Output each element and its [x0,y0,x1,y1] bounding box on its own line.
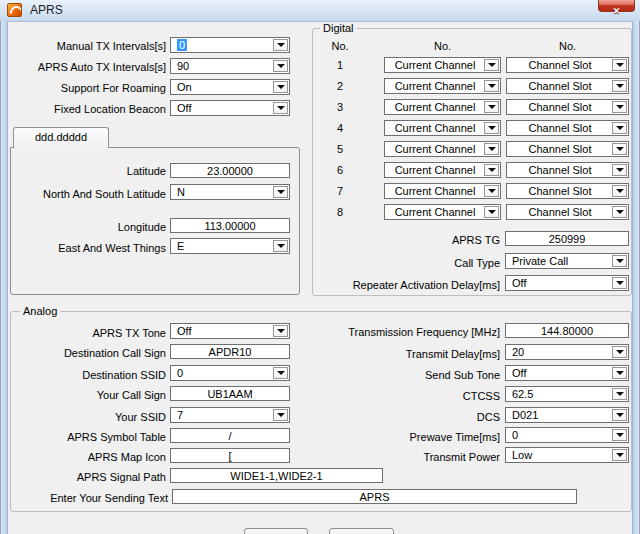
your-call-sign-label: Your Call Sign [10,388,166,402]
aprs-tg-label: APRS TG [312,233,500,247]
transmit-delay-combo[interactable]: 20 [505,344,629,360]
send-sub-tone-combo[interactable]: Off [505,365,629,381]
ctcss-label: CTCSS [312,389,500,403]
chevron-down-icon[interactable] [273,367,288,379]
digital-channel-combo-2[interactable]: Current Channel [384,78,501,94]
chevron-down-icon[interactable] [612,277,627,289]
window-border-left [0,21,8,534]
support-for-roaming-combo[interactable]: On [170,79,290,95]
digital-slot-combo-4[interactable]: Channel Slot [506,120,629,136]
destination-call-sign-input[interactable] [170,344,290,359]
bottom-button-right[interactable] [329,528,394,534]
transmit-delay-label: Transmit Delay[ms] [312,347,500,361]
prewave-time-combo[interactable]: 0 [505,427,629,443]
close-icon: ✕ [613,6,621,16]
digital-row-number: 6 [322,163,358,177]
chevron-down-icon[interactable] [273,186,288,198]
digital-header-no-2: No. [384,39,501,53]
east-west-combo[interactable]: E [170,238,290,254]
destination-call-sign-label: Destination Call Sign [10,346,166,360]
aprs-auto-tx-intervals-label: APRS Auto TX Intervals[s] [10,60,166,74]
chevron-down-icon[interactable] [273,39,288,51]
aprs-tx-tone-combo[interactable]: Off [170,323,290,339]
chevron-down-icon[interactable] [612,143,627,155]
chevron-down-icon[interactable] [612,346,627,358]
chevron-down-icon[interactable] [273,409,288,421]
chevron-down-icon[interactable] [273,60,288,72]
aprs-signal-path-input[interactable] [170,468,383,483]
dcs-combo[interactable]: D021 [505,407,629,423]
fixed-location-beacon-combo[interactable]: Off [170,100,290,116]
your-call-sign-input[interactable] [170,386,290,401]
chevron-down-icon[interactable] [273,102,288,114]
digital-slot-combo-3[interactable]: Channel Slot [506,99,629,115]
transmit-power-label: Transmit Power [312,450,500,464]
chevron-down-icon[interactable] [273,81,288,93]
aprs-auto-tx-intervals-combo[interactable]: 90 [170,58,290,74]
chevron-down-icon[interactable] [484,122,499,134]
analog-group-title: Analog [20,305,60,318]
digital-slot-combo-5[interactable]: Channel Slot [506,141,629,157]
digital-channel-combo-8[interactable]: Current Channel [384,204,501,220]
repeater-activation-delay-combo[interactable]: Off [505,275,629,291]
chevron-down-icon[interactable] [612,122,627,134]
prewave-time-label: Prewave Time[ms] [312,430,500,444]
digital-row-number: 1 [322,58,358,72]
bottom-button-left[interactable] [244,528,308,534]
chevron-down-icon[interactable] [484,80,499,92]
repeater-activation-delay-label: Repeater Activation Delay[ms] [312,278,500,292]
transmit-power-combo[interactable]: Low [505,447,629,463]
manual-tx-intervals-combo[interactable]: 0 [170,37,290,53]
chevron-down-icon[interactable] [612,206,627,218]
fixed-location-beacon-label: Fixed Location Beacon [10,102,166,116]
destination-ssid-combo[interactable]: 0 [170,365,290,381]
selected-text: 0 [177,39,187,51]
your-ssid-combo[interactable]: 7 [170,407,290,423]
chevron-down-icon[interactable] [484,164,499,176]
digital-channel-combo-6[interactable]: Current Channel [384,162,501,178]
digital-slot-combo-7[interactable]: Channel Slot [506,183,629,199]
digital-channel-combo-5[interactable]: Current Channel [384,141,501,157]
north-south-latitude-combo[interactable]: N [170,184,290,200]
transmission-frequency-input[interactable] [505,323,629,338]
aprs-tg-input[interactable] [505,231,629,246]
digital-channel-combo-3[interactable]: Current Channel [384,99,501,115]
chevron-down-icon[interactable] [612,367,627,379]
chevron-down-icon[interactable] [612,255,627,267]
chevron-down-icon[interactable] [484,206,499,218]
chevron-down-icon[interactable] [484,101,499,113]
chevron-down-icon[interactable] [484,59,499,71]
digital-slot-combo-1[interactable]: Channel Slot [506,57,629,73]
chevron-down-icon[interactable] [612,185,627,197]
digital-channel-combo-4[interactable]: Current Channel [384,120,501,136]
tab-ddd-ddddd[interactable]: ddd.ddddd [13,127,109,148]
chevron-down-icon[interactable] [612,101,627,113]
chevron-down-icon[interactable] [612,59,627,71]
chevron-down-icon[interactable] [612,449,627,461]
chevron-down-icon[interactable] [612,429,627,441]
chevron-down-icon[interactable] [273,325,288,337]
digital-slot-combo-8[interactable]: Channel Slot [506,204,629,220]
close-button[interactable]: ✕ [598,0,635,12]
chevron-down-icon[interactable] [612,388,627,400]
ctcss-combo[interactable]: 62.5 [505,386,629,402]
manual-tx-intervals-label: Manual TX Intervals[s] [10,39,166,53]
digital-channel-combo-1[interactable]: Current Channel [384,57,501,73]
chevron-down-icon[interactable] [484,185,499,197]
digital-slot-combo-6[interactable]: Channel Slot [506,162,629,178]
chevron-down-icon[interactable] [273,240,288,252]
call-type-combo[interactable]: Private Call [505,253,629,269]
chevron-down-icon[interactable] [484,143,499,155]
titlebar[interactable]: APRS ✕ [0,0,640,22]
sending-text-input[interactable] [172,489,577,504]
digital-channel-combo-7[interactable]: Current Channel [384,183,501,199]
aprs-symbol-table-input[interactable] [170,428,290,443]
digital-slot-combo-2[interactable]: Channel Slot [506,78,629,94]
chevron-down-icon[interactable] [612,164,627,176]
aprs-map-icon-input[interactable] [170,448,290,463]
app-icon [7,3,22,17]
chevron-down-icon[interactable] [612,80,627,92]
longitude-input[interactable] [170,218,290,233]
latitude-input[interactable] [170,163,290,178]
chevron-down-icon[interactable] [612,409,627,421]
